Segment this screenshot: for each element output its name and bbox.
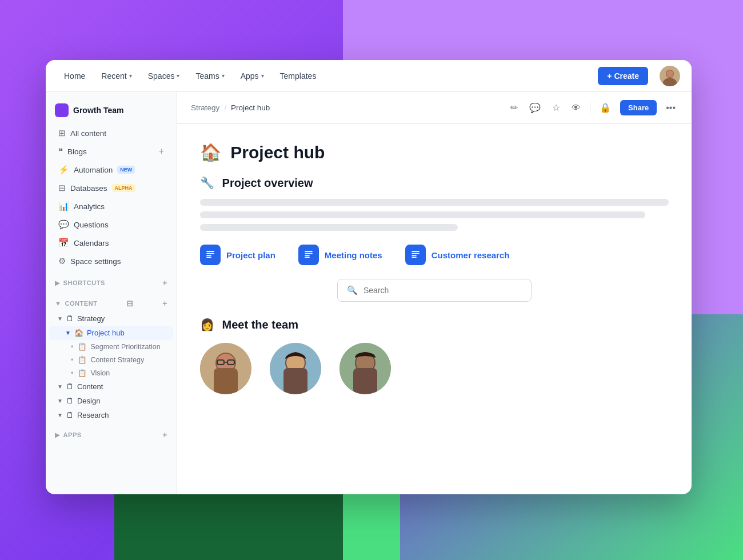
search-container: 🔍 (200, 279, 669, 302)
user-avatar[interactable] (660, 66, 680, 86)
team-emoji: 👩 (200, 318, 214, 331)
star-icon[interactable]: ☆ (550, 100, 562, 115)
tree-item-project-hub[interactable]: ▼ 🏠 Project hub (49, 326, 173, 340)
search-box: 🔍 (337, 279, 532, 302)
section-title-text: Project overview (222, 177, 313, 189)
all-content-label: All content (70, 129, 106, 138)
bg-dark-green-block (114, 491, 343, 560)
breadcrumb-parent[interactable]: Strategy (191, 103, 219, 112)
databases-label: Databases (70, 184, 107, 193)
automation-badge: NEW (117, 166, 135, 174)
space-name: Growth Team (73, 106, 123, 115)
team-section-title: 👩 Meet the team (200, 318, 669, 331)
apps-arrow: ▶ (55, 431, 60, 439)
tree-item-strategy[interactable]: ▼ 🗒 Strategy (46, 311, 177, 326)
analytics-label: Analytics (74, 202, 105, 211)
card-customer-research[interactable]: Customer research (405, 245, 510, 265)
tree-item-content[interactable]: ▼ 🗒 Content (46, 379, 177, 394)
sidebar-item-automation[interactable]: ⚡ Automation NEW (49, 161, 173, 179)
databases-icon: ⊟ (58, 183, 66, 193)
shortcuts-header[interactable]: ▶ SHORTCUTS + (46, 275, 177, 291)
watch-icon[interactable]: 👁 (569, 101, 583, 115)
shortcuts-add-icon[interactable]: + (162, 278, 167, 287)
page-title: 🏠 Project hub (200, 142, 669, 162)
sidebar-item-space-settings[interactable]: ⚙ Space settings (49, 252, 173, 270)
research-tree-label: Research (77, 411, 109, 419)
content-filter-icon[interactable]: ⊟ (126, 299, 134, 308)
nav-templates[interactable]: Templates (273, 68, 323, 84)
analytics-icon: 📊 (58, 201, 69, 211)
more-icon[interactable]: ••• (664, 101, 678, 115)
project-hub-collapse: ▼ (65, 330, 71, 336)
sidebar-item-databases[interactable]: ⊟ Databases ALPHA (49, 179, 173, 197)
sidebar-item-all-content[interactable]: ⊞ All content (49, 124, 173, 142)
card-project-plan[interactable]: Project plan (200, 245, 275, 265)
segment-icon: 📋 (78, 342, 87, 351)
tree-item-design[interactable]: ▼ 🗒 Design (46, 394, 177, 408)
nav-teams[interactable]: Teams ▾ (189, 68, 231, 84)
tree-sub-content-strategy[interactable]: 📋 Content Strategy (46, 353, 177, 366)
project-overview-section: 🔧 Project overview (200, 176, 669, 190)
nav-links: Home Recent ▾ Spaces ▾ Teams ▾ Apps ▾ Te… (57, 67, 648, 85)
content-tree-icon: 🗒 (66, 382, 74, 391)
skeleton-line-2 (200, 211, 645, 218)
nav-apps-label: Apps (241, 71, 259, 81)
sidebar-item-questions[interactable]: 💬 Questions (49, 215, 173, 234)
nav-teams-label: Teams (195, 71, 219, 81)
sidebar: Growth Team ⊞ All content ❝ Blogs + ⚡ Au… (46, 92, 177, 494)
vision-label: Vision (90, 369, 110, 377)
content-add-icon[interactable]: + (162, 299, 167, 308)
nav-recent[interactable]: Recent ▾ (94, 68, 138, 84)
actions-divider (590, 102, 590, 114)
create-button[interactable]: + Create (598, 67, 648, 85)
space-header[interactable]: Growth Team (46, 99, 177, 122)
design-tree-icon: 🗒 (66, 397, 74, 405)
tree-item-research[interactable]: ▼ 🗒 Research (46, 408, 177, 422)
content-area: Growth Team ⊞ All content ❝ Blogs + ⚡ Au… (46, 92, 692, 494)
blogs-add-icon[interactable]: + (159, 146, 164, 157)
edit-icon[interactable]: ✏ (508, 100, 520, 115)
project-hub-icon: 🏠 (74, 329, 83, 337)
team-member-1[interactable] (200, 343, 251, 394)
share-button[interactable]: Share (620, 100, 657, 115)
blogs-icon: ❝ (58, 146, 63, 157)
nav-spaces-chevron: ▾ (177, 73, 179, 79)
svg-rect-7 (214, 368, 238, 394)
page-header: Strategy / Project hub ✏ 💬 ☆ 👁 🔒 Share •… (177, 92, 692, 124)
nav-recent-chevron: ▾ (129, 73, 132, 79)
share-button-label: Share (628, 103, 649, 112)
content-header[interactable]: ▼ CONTENT ⊟ + (46, 295, 177, 311)
tree-sub-vision[interactable]: 📋 Vision (46, 366, 177, 379)
title-emoji: 🏠 (200, 143, 221, 162)
card-meeting-notes[interactable]: Meeting notes (298, 245, 382, 265)
nav-home[interactable]: Home (57, 68, 92, 84)
space-settings-icon: ⚙ (58, 256, 66, 266)
team-section: 👩 Meet the team (200, 318, 669, 394)
nav-spaces[interactable]: Spaces ▾ (141, 68, 187, 84)
team-member-3[interactable] (339, 343, 391, 394)
shortcuts-section: ▶ SHORTCUTS + (46, 275, 177, 291)
search-input[interactable] (363, 286, 522, 295)
sidebar-item-analytics[interactable]: 📊 Analytics (49, 197, 173, 215)
nav-apps[interactable]: Apps ▾ (234, 68, 271, 84)
shortcuts-label: SHORTCUTS (63, 279, 105, 286)
apps-add-icon[interactable]: + (162, 430, 167, 439)
apps-header[interactable]: ▶ APPS + (46, 427, 177, 443)
team-title-text: Meet the team (222, 318, 298, 331)
comment-icon[interactable]: 💬 (527, 100, 543, 115)
strategy-collapse: ▼ (57, 315, 63, 322)
all-content-icon: ⊞ (58, 128, 66, 138)
project-hub-label: Project hub (87, 329, 125, 337)
skeleton-line-3 (200, 224, 458, 231)
app-window: Home Recent ▾ Spaces ▾ Teams ▾ Apps ▾ Te… (46, 60, 692, 494)
content-tree-label: Content (77, 382, 103, 391)
nav-apps-chevron: ▾ (261, 73, 264, 79)
lock-icon[interactable]: 🔒 (597, 100, 613, 115)
sidebar-item-calendars[interactable]: 📅 Calendars (49, 234, 173, 252)
tree-sub-segment[interactable]: 📋 Segment Prioritization (46, 340, 177, 353)
sidebar-item-blogs[interactable]: ❝ Blogs + (49, 142, 173, 161)
vision-icon: 📋 (78, 369, 87, 377)
questions-icon: 💬 (58, 219, 69, 230)
team-member-2[interactable] (270, 343, 321, 394)
content-section: ▼ CONTENT ⊟ + ▼ 🗒 Strategy ▼ 🏠 Project h… (46, 295, 177, 422)
